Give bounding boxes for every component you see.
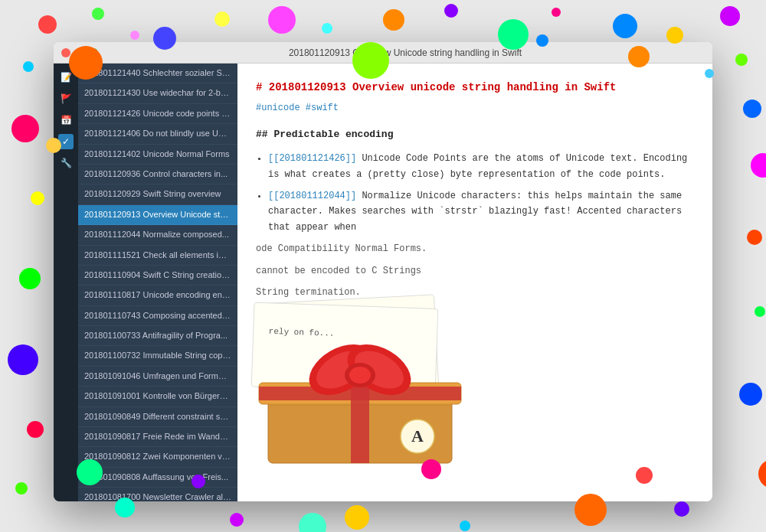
sidebar-item[interactable]: 201801081700 Newsletter Crawler als... (78, 488, 237, 501)
sidebar-item[interactable]: 201801091001 Kontrolle von Bürgern... (78, 387, 237, 406)
confetti-dot (23, 61, 34, 72)
confetti-dot (674, 501, 689, 517)
sidebar-item[interactable]: 201801090849 Different constraint set... (78, 407, 237, 427)
sidebar-item[interactable]: 201801121430 Use widechar for 2-byt... (78, 83, 237, 103)
sidebar-item[interactable]: 201801120913 Overview Unicode strin... (78, 205, 237, 225)
sidebar-item[interactable]: 201801121402 Unicode Normal Forms (78, 145, 237, 165)
content-note1: ode Compatibility Normal Forms. (256, 241, 694, 256)
notes-icon[interactable]: 📝 (58, 70, 74, 85)
sidebar-item[interactable]: 201801100732 Immutable String copi... (78, 346, 237, 366)
confetti-dot (299, 513, 326, 532)
title-bar: 201801120913 Overview Unicode string han… (54, 42, 712, 64)
check-icon[interactable]: ✓ (58, 134, 74, 149)
confetti-dot (755, 306, 765, 317)
bullet-item: [[201801121426]] Unicode Code Points are… (268, 151, 694, 182)
section-heading: ## Predictable encoding (256, 126, 694, 143)
confetti-dot (230, 513, 244, 527)
sidebar-main: 📝 🚩 📅 ✓ 🔧 201801121440 Schlechter sozial… (54, 64, 237, 501)
confetti-dot (758, 459, 766, 488)
bullet-item: [[201801112044]] Normalize Unicode chara… (268, 188, 694, 235)
confetti-dot (15, 482, 28, 494)
sidebar-item[interactable]: 201801121426 Unicode code points ar... (78, 104, 237, 124)
confetti-dot (8, 344, 38, 375)
minimize-button[interactable] (75, 48, 84, 57)
confetti-dot (11, 115, 39, 142)
content-note2: cannot be encoded to C Strings (256, 263, 694, 279)
bullet-list: [[201801121426]] Unicode Code Points are… (256, 151, 694, 235)
sidebar-item[interactable]: 201801110904 Swift C String creation... (78, 266, 237, 286)
confetti-dot (214, 11, 230, 27)
confetti-dot (444, 4, 458, 18)
confetti-dot (268, 6, 296, 34)
confetti-dot (743, 100, 761, 118)
confetti-dot (613, 14, 637, 38)
confetti-dot (31, 191, 44, 205)
app-body: 📝 🚩 📅 ✓ 🔧 201801121440 Schlechter sozial… (54, 64, 712, 501)
content-area: # 201801120913 Overview unicode string h… (237, 64, 712, 501)
confetti-dot (38, 15, 57, 34)
confetti-dot (666, 27, 683, 44)
sidebar-item[interactable]: 201801112044 Normalize composed... (78, 225, 237, 245)
sidebar-item[interactable]: 201801111521 Check all elements in s... (78, 246, 237, 266)
confetti-dot (747, 230, 762, 245)
calendar-icon[interactable]: 📅 (58, 113, 74, 128)
close-button[interactable] (61, 48, 70, 57)
sidebar-item[interactable]: 201801090817 Freie Rede im Wandel... (78, 427, 237, 447)
confetti-dot (735, 54, 748, 66)
sidebar-item[interactable]: 201801120936 Control characters in... (78, 165, 237, 184)
sidebar-item[interactable]: 201801121406 Do not blindly use Unic... (78, 124, 237, 144)
sidebar-item[interactable]: 201801100733 Antifragility of Progra... (78, 326, 237, 346)
sidebar: 📝 🚩 📅 ✓ 🔧 201801121440 Schlechter sozial… (54, 64, 237, 501)
content-tags: #unicode #swift (256, 100, 694, 116)
sidebar-item[interactable]: 201801090808 Auffassung von Freis... (78, 468, 237, 488)
maximize-button[interactable] (89, 48, 98, 57)
sidebar-item[interactable]: 201801120929 Swift String overview (78, 184, 237, 204)
confetti-dot (460, 521, 470, 531)
sidebar-item[interactable]: 201801110817 Unicode encoding endi... (78, 286, 237, 305)
confetti-dot (739, 383, 762, 406)
sidebar-list: 201801121440 Schlechter sozialer Sta...2… (78, 64, 237, 501)
sidebar-item[interactable]: 201801121440 Schlechter sozialer Sta... (78, 64, 237, 83)
traffic-lights (61, 48, 98, 57)
confetti-dot (383, 9, 404, 31)
content-note3: String termination. (256, 285, 694, 300)
confetti-dot (130, 31, 139, 40)
confetti-dot (92, 8, 104, 20)
confetti-dot (751, 153, 766, 178)
confetti-dot (720, 6, 740, 26)
flag-icon[interactable]: 🚩 (58, 91, 74, 106)
wrench-icon[interactable]: 🔧 (58, 155, 74, 171)
content-title: # 201801120913 Overview unicode string h… (256, 79, 694, 97)
sidebar-item[interactable]: 201801091046 Umfragen und Formula... (78, 367, 237, 387)
sidebar-item[interactable]: 201801090812 Zwei Komponenten vo... (78, 447, 237, 467)
content-note4: for ASCII vs Unicode graphene (256, 306, 694, 321)
confetti-dot (345, 505, 369, 530)
sidebar-icon-column: 📝 🚩 📅 ✓ 🔧 (54, 64, 78, 501)
window-title: 201801120913 Overview Unicode string han… (106, 47, 705, 58)
confetti-dot (27, 421, 44, 438)
sidebar-item[interactable]: 201801110743 Composing accented c... (78, 306, 237, 326)
confetti-dot (322, 23, 332, 34)
confetti-dot (552, 8, 561, 17)
confetti-dot (19, 268, 41, 289)
app-window: 201801120913 Overview Unicode string han… (54, 42, 712, 501)
